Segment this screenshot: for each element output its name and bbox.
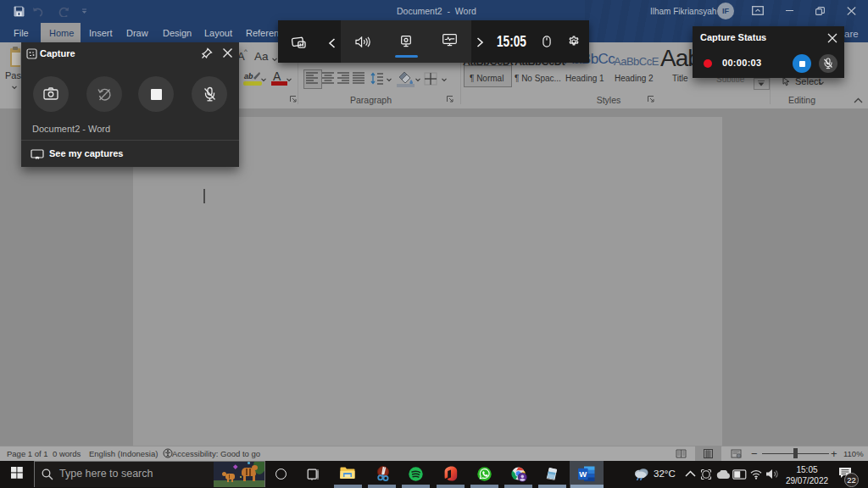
svg-text:15:05: 15:05 [497, 32, 526, 49]
svg-text:W: W [579, 469, 587, 479]
